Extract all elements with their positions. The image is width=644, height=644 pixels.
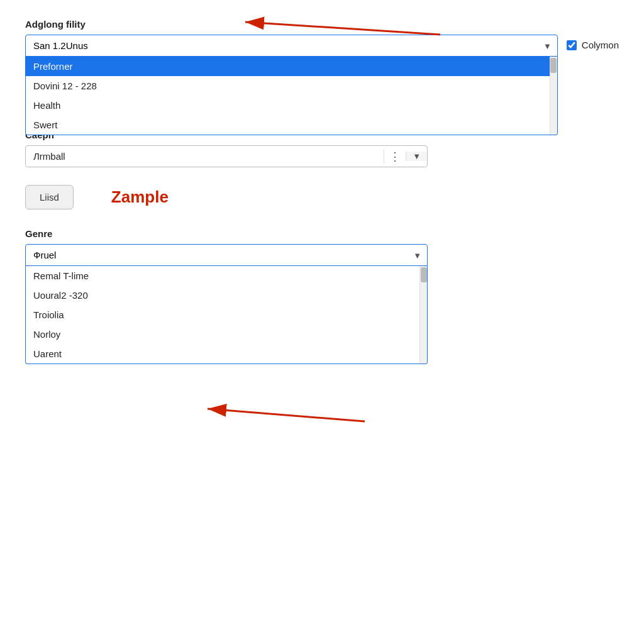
zample-label: Zample xyxy=(111,187,169,207)
adglong-dropdown-btn[interactable]: San 1.2Unus xyxy=(25,35,558,57)
adglong-item-1[interactable]: Dovini 12 - 228 xyxy=(26,76,557,96)
caepn-dots-icon[interactable]: ⋮ xyxy=(384,150,406,164)
genre-item-4[interactable]: Uarent xyxy=(26,344,427,364)
genre-scrollbar-thumb xyxy=(421,267,427,282)
caepn-section: Caepn Лrmball ⋮ ▼ xyxy=(25,130,619,167)
genre-label: Genre xyxy=(25,228,619,239)
adglong-item-2[interactable]: Health xyxy=(26,96,557,115)
caepn-value: Лrmball xyxy=(26,146,384,167)
genre-item-2[interactable]: Troiolia xyxy=(26,305,427,325)
genre-scrollbar-track[interactable] xyxy=(419,266,427,364)
genre-item-1[interactable]: Uoural2 -320 xyxy=(26,286,427,305)
genre-dropdown-list: Remal T-lime Uoural2 -320 Troiolia Norlo… xyxy=(25,266,428,364)
adglong-list-items: Preforner Dovini 12 - 228 Health Swert xyxy=(26,57,557,135)
adglong-section: Adglong fility San 1.2Unus ▼ Preforner D… xyxy=(25,19,619,57)
adglong-list-inner: Preforner Dovini 12 - 228 Health Swert xyxy=(26,57,557,135)
adglong-row: San 1.2Unus ▼ Preforner Dovini 12 - 228 … xyxy=(25,35,619,57)
colymon-label: Colymon xyxy=(582,40,619,50)
adglong-scrollbar-thumb xyxy=(550,58,557,73)
adglong-dropdown-list: Preforner Dovini 12 - 228 Health Swert xyxy=(25,57,558,135)
genre-item-0[interactable]: Remal T-lime xyxy=(26,266,427,286)
genre-list-items: Remal T-lime Uoural2 -320 Troiolia Norlo… xyxy=(26,266,427,364)
genre-list-inner: Remal T-lime Uoural2 -320 Troiolia Norlo… xyxy=(26,266,427,364)
colymon-checkbox[interactable] xyxy=(567,40,577,50)
adglong-item-0[interactable]: Preforner xyxy=(26,57,557,76)
button-section: Liisd Zample xyxy=(25,185,619,209)
genre-dropdown-wrapper: Фruel ▼ Remal T-lime Uoural2 -320 Troiol… xyxy=(25,244,428,266)
genre-section: Genre Фruel ▼ Remal T-lime Uoural2 -320 … xyxy=(25,228,619,266)
genre-dropdown-btn[interactable]: Фruel xyxy=(25,244,428,266)
caepn-select[interactable]: Лrmball ⋮ ▼ xyxy=(25,145,428,167)
adglong-label: Adglong fility xyxy=(25,19,619,30)
genre-item-3[interactable]: Norloy xyxy=(26,325,427,344)
adglong-item-3[interactable]: Swert xyxy=(26,115,557,135)
adglong-checkbox-wrapper: Colymon xyxy=(567,35,619,50)
liisd-button[interactable]: Liisd xyxy=(25,185,74,209)
adglong-scrollbar-track[interactable] xyxy=(550,57,557,135)
caepn-arrow-icon[interactable]: ▼ xyxy=(406,152,427,161)
adglong-dropdown-wrapper: San 1.2Unus ▼ Preforner Dovini 12 - 228 … xyxy=(25,35,558,57)
svg-line-3 xyxy=(208,409,365,421)
